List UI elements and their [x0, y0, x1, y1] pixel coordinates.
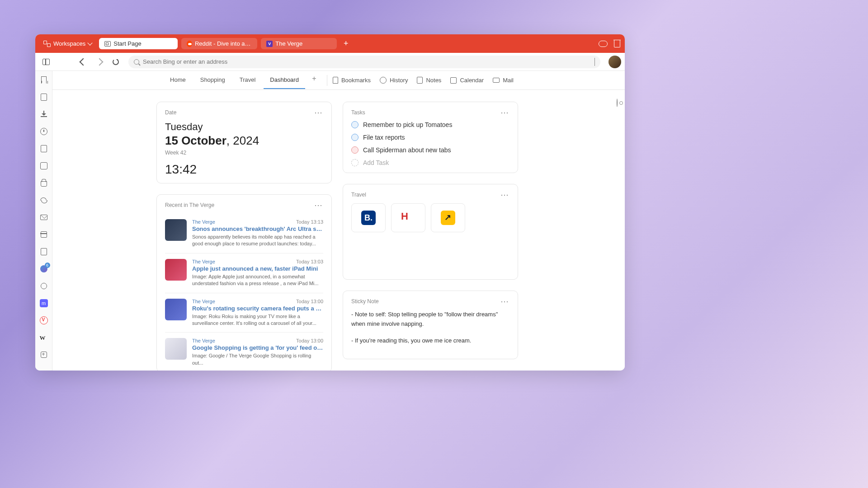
tab-reddit[interactable]: Reddit - Dive into anything	[181, 38, 257, 49]
panel-extensions[interactable]	[39, 161, 48, 170]
tab-verge[interactable]: V The Verge	[261, 38, 337, 49]
date-dayname: Tuesday	[165, 121, 323, 133]
tab-start-page[interactable]: Start Page	[99, 38, 178, 49]
browser-window: Workspaces Start Page Reddit - Dive into…	[35, 34, 625, 371]
dashboard-settings-button[interactable]	[617, 99, 618, 107]
download-icon	[41, 116, 47, 117]
feed-thumbnail	[165, 299, 187, 320]
widget-title: Tasks	[351, 109, 365, 116]
widget-more-button[interactable]: ⋯	[314, 108, 323, 117]
bookmark-icon	[41, 76, 47, 84]
feed-item[interactable]: The VergeToday 13:00 Roku's rotating sec…	[165, 293, 323, 333]
panel-wikipedia[interactable]: W	[39, 333, 48, 342]
widget-more-button[interactable]: ⋯	[500, 297, 509, 305]
task-item[interactable]: File tax reports	[351, 134, 509, 141]
calendar-icon	[450, 77, 457, 84]
task-checkbox[interactable]	[351, 146, 359, 154]
sync-icon[interactable]	[599, 41, 608, 47]
travel-grid: B.	[351, 203, 509, 273]
panel-shopping[interactable]	[39, 178, 48, 188]
task-checkbox[interactable]	[351, 121, 359, 128]
trash-icon[interactable]	[614, 40, 620, 47]
feed-item[interactable]: The VergeToday 13:13 Sonos announces 'br…	[165, 214, 323, 253]
panel-reading-list[interactable]	[39, 93, 48, 102]
task-item[interactable]: Call Spiderman about new tabs	[351, 146, 509, 154]
nav-link-notes[interactable]: Notes	[417, 77, 441, 84]
history-icon	[380, 77, 387, 84]
mail-icon	[40, 215, 47, 220]
forward-button[interactable]	[92, 55, 107, 69]
panel-vivaldi[interactable]	[39, 316, 48, 325]
panel-contacts[interactable]	[39, 282, 48, 291]
panel-downloads[interactable]	[39, 110, 48, 119]
feed-source: The Verge	[192, 219, 215, 225]
feed-source: The Verge	[192, 338, 215, 343]
widget-more-button[interactable]: ⋯	[500, 108, 509, 117]
panel-mail[interactable]	[39, 213, 48, 222]
date-week: Week 42	[165, 150, 323, 156]
address-input[interactable]	[143, 58, 591, 65]
nav-add-button[interactable]: +	[307, 71, 321, 86]
panel-bookmarks[interactable]	[39, 75, 48, 84]
feed-item[interactable]: The VergeToday 13:03 Apple just announce…	[165, 253, 323, 293]
panel-history[interactable]	[39, 127, 48, 136]
nav-tabs: Home Shopping Travel Dashboard +	[164, 71, 321, 89]
address-bar[interactable]	[128, 56, 600, 68]
feed-source: The Verge	[192, 259, 215, 264]
panel-calendar[interactable]	[39, 230, 48, 239]
panel-notes[interactable]	[39, 144, 48, 153]
feed-source: The Verge	[192, 299, 215, 304]
tasks-widget: Tasks⋯ Remember to pick up TomatoesFile …	[343, 102, 518, 173]
add-task-button[interactable]: Add Task	[351, 159, 509, 166]
mail-icon	[493, 78, 500, 83]
panel-mastodon[interactable]: m	[39, 299, 48, 308]
workspaces-button[interactable]: Workspaces	[40, 38, 95, 49]
gear-icon	[617, 99, 618, 107]
nav-tab-home[interactable]: Home	[164, 71, 192, 89]
nav-link-mail[interactable]: Mail	[493, 77, 514, 84]
panel-feed[interactable]: 6	[39, 264, 48, 273]
panel-tasks[interactable]	[39, 247, 48, 256]
feed-headline: Apple just announced a new, faster iPad …	[192, 265, 323, 272]
new-tab-button[interactable]: +	[340, 38, 351, 49]
feed-item[interactable]: The VergeToday 13:00 Google Shopping is …	[165, 333, 323, 371]
nav-tab-shopping[interactable]: Shopping	[194, 71, 231, 89]
tab-label: Start Page	[113, 40, 141, 47]
extensions-icon	[40, 162, 47, 169]
widget-more-button[interactable]: ⋯	[500, 191, 509, 199]
profile-avatar[interactable]	[609, 56, 621, 68]
reload-button[interactable]	[108, 55, 123, 69]
page: Home Shopping Travel Dashboard + Bookmar…	[52, 71, 625, 371]
chevron-down-icon[interactable]	[594, 58, 595, 66]
feed-desc: Image: Apple Apple just announced, in a …	[192, 273, 323, 287]
arrow-left-icon	[80, 58, 87, 66]
back-button[interactable]	[76, 55, 90, 69]
nav-tab-dashboard[interactable]: Dashboard	[264, 71, 305, 89]
panel-sync[interactable]	[39, 196, 48, 205]
travel-item-expedia[interactable]	[431, 203, 465, 232]
nav-link-history[interactable]: History	[380, 77, 408, 84]
nav-link-bookmarks[interactable]: Bookmarks	[333, 77, 371, 84]
calendar-icon	[41, 231, 47, 238]
feed-headline: Sonos announces 'breakthrough' Arc Ultra…	[192, 225, 323, 232]
travel-item-booking[interactable]: B.	[351, 203, 386, 232]
nav-links: Bookmarks History Notes Calendar Mail	[333, 77, 514, 84]
panel-toggle-button[interactable]	[39, 55, 53, 69]
sticky-body[interactable]: - Note to self: Stop telling people to "…	[351, 310, 509, 345]
task-checkbox[interactable]	[351, 134, 359, 141]
contacts-icon	[41, 283, 47, 289]
nav-link-calendar[interactable]: Calendar	[450, 77, 484, 84]
notes-icon	[41, 145, 47, 152]
feed-headline: Roku's rotating security camera feed put…	[192, 305, 323, 312]
feed-list: The VergeToday 13:13 Sonos announces 'br…	[165, 214, 323, 371]
nav-tab-travel[interactable]: Travel	[233, 71, 262, 89]
widget-more-button[interactable]: ⋯	[314, 201, 323, 209]
travel-item-hotels[interactable]	[391, 203, 425, 232]
feed-desc: Image: Roku Roku is making your TV more …	[192, 313, 323, 327]
reddit-icon	[187, 41, 192, 47]
chevron-down-icon	[88, 40, 93, 45]
task-item[interactable]: Remember to pick up Tomatoes	[351, 121, 509, 128]
search-icon	[134, 59, 139, 65]
panel-add[interactable]	[39, 350, 48, 359]
mastodon-icon: m	[40, 299, 48, 307]
